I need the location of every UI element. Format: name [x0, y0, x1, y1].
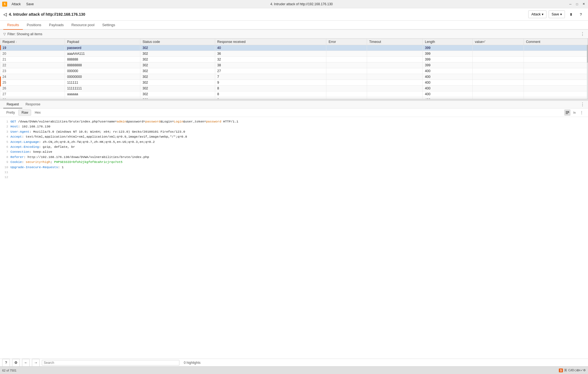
- col-request[interactable]: Request ↑: [0, 39, 65, 45]
- win-title-text: 4. Intruder attack of http://192.168.176…: [9, 12, 85, 17]
- fwd-nav-btn[interactable]: →: [32, 359, 40, 367]
- col-status[interactable]: Status code: [140, 39, 215, 45]
- request-line: 9Cookie: security=high; PHPSESSID=bfoh2j…: [3, 160, 585, 165]
- search-input[interactable]: [42, 360, 179, 365]
- taskbar-lang: 英: [564, 368, 567, 372]
- request-content: 1GET /dvwa/DVWA/vulnerabilities/brute/in…: [0, 117, 588, 359]
- minimize-btn[interactable]: ─: [568, 2, 573, 6]
- filter-options-btn[interactable]: ⋮: [580, 31, 585, 37]
- req-resp-section: Request Response ⋮ Pretty Raw Hex: [0, 101, 588, 359]
- menu-attack[interactable]: Attack: [10, 2, 22, 6]
- row-indicator-27: [0, 77, 1, 81]
- titlebar-title: 4. Intruder attack of http://192.168.176…: [35, 2, 568, 6]
- request-line: 1GET /dvwa/DVWA/vulnerabilities/brute/in…: [3, 119, 585, 124]
- view-btn-more[interactable]: ⋮: [579, 110, 585, 116]
- main-tabs: Results Positions Payloads Resource pool…: [0, 21, 588, 30]
- request-line: 5Accept-Language: zh-CN,zh;q=0.8,zh-TW;q…: [3, 140, 585, 144]
- win-title-group: ◁ 4. Intruder attack of http://192.168.1…: [3, 12, 85, 17]
- tab-results[interactable]: Results: [3, 21, 23, 30]
- tab-positions[interactable]: Positions: [23, 21, 45, 30]
- statusbar: ? ⚙ ← → 0 highlights: [0, 359, 588, 366]
- app-icon: S: [2, 2, 7, 7]
- tab-resource-pool[interactable]: Resource pool: [68, 21, 99, 30]
- request-line: 2Host: 192.168.176.130: [3, 124, 585, 129]
- row-indicator-28: [0, 81, 1, 86]
- col-response[interactable]: Response received: [215, 39, 326, 45]
- sub-tab-pretty[interactable]: Pretty: [3, 110, 18, 116]
- main-window: ◁ 4. Intruder attack of http://192.168.1…: [0, 8, 588, 374]
- svg-rect-0: [566, 111, 569, 112]
- attack-dropdown-btn[interactable]: Attack ▾: [528, 10, 546, 18]
- col-payload[interactable]: Payload: [65, 39, 140, 45]
- table-row[interactable]: 20aaaAAA11130236399: [0, 51, 588, 57]
- table-row[interactable]: 28aaaaaaaa3029400: [0, 97, 588, 99]
- titlebar-controls: ─ □ ✕: [568, 2, 586, 6]
- view-btn-lines[interactable]: ln: [571, 110, 578, 116]
- menu-save[interactable]: Save: [25, 2, 35, 6]
- win-header: ◁ 4. Intruder attack of http://192.168.1…: [0, 8, 588, 21]
- request-line: 7Connection: keep-alive: [3, 149, 585, 154]
- save-dropdown-btn[interactable]: Save ▾: [549, 10, 565, 18]
- back-nav-btn[interactable]: ←: [22, 359, 30, 367]
- table-row[interactable]: 228888888830238399: [0, 62, 588, 68]
- request-line: 3User-Agent: Mozilla/5.0 (Windows NT 10.…: [3, 129, 585, 134]
- view-buttons: ln ⋮: [564, 110, 585, 116]
- table-row[interactable]: 27aaaaaa3028400: [0, 91, 588, 97]
- table-scrollbar-track: [587, 39, 588, 99]
- titlebar-left: S Attack Save: [2, 2, 35, 7]
- filter-bar: ▽ Filter: Showing all items ⋮: [0, 30, 588, 39]
- request-line: 11: [3, 170, 585, 175]
- col-comment[interactable]: Comment: [524, 39, 588, 45]
- help-icon-btn[interactable]: ?: [2, 359, 10, 367]
- back-btn[interactable]: ◁: [3, 12, 7, 17]
- sub-tab-hex[interactable]: Hex: [32, 110, 43, 116]
- table-row[interactable]: 26111111113028400: [0, 86, 588, 91]
- sub-tabs: Pretty Raw Hex ln ⋮: [0, 108, 588, 117]
- tab-payloads[interactable]: Payloads: [45, 21, 67, 30]
- table-row[interactable]: 251111113029400: [0, 80, 588, 86]
- req-resp-tabs-left: Request Response: [3, 101, 44, 108]
- svg-rect-1: [566, 112, 568, 113]
- taskbar-position: 62 of 7501: [2, 369, 17, 372]
- statusbar-left: ? ⚙ ← → 0 highlights: [2, 359, 584, 367]
- table-row[interactable]: 24000000003027400: [0, 74, 588, 80]
- request-line: 4Accept: text/html,application/xhtml+xml…: [3, 134, 585, 139]
- taskbar-extra: C∂D◇⊞≡✓⚙: [568, 368, 586, 372]
- tab-request[interactable]: Request: [3, 101, 22, 108]
- tab-response[interactable]: Response: [22, 101, 44, 108]
- help-btn[interactable]: ?: [577, 10, 585, 18]
- table-row[interactable]: 19password30240399: [0, 45, 588, 51]
- table-row[interactable]: 2300000030227400: [0, 68, 588, 74]
- filter-text: Filter: Showing all items: [7, 32, 42, 36]
- row-indicator-19: [0, 45, 1, 50]
- taskbar: 62 of 7501 S 英 C∂D◇⊞≡✓⚙: [0, 366, 588, 374]
- tab-settings[interactable]: Settings: [98, 21, 119, 30]
- taskbar-app-icon: S: [559, 368, 563, 372]
- pause-btn[interactable]: ⏸: [567, 10, 575, 18]
- filter-bar-left: ▽ Filter: Showing all items: [3, 32, 42, 36]
- request-line: 6Accept-Encoding: gzip, deflate, br: [3, 144, 585, 149]
- results-table-section: Request ↑ Payload Status code Response r…: [0, 39, 588, 99]
- request-line: 10Upgrade-Insecure-Requests: 1: [3, 165, 585, 170]
- titlebar: S Attack Save 4. Intruder attack of http…: [0, 0, 588, 8]
- close-btn[interactable]: ✕: [581, 2, 586, 6]
- sub-tab-raw[interactable]: Raw: [18, 110, 31, 116]
- settings-icon-btn[interactable]: ⚙: [12, 359, 20, 367]
- highlights-count: 0 highlights: [184, 361, 201, 365]
- wrap-icon: [565, 111, 569, 114]
- col-value[interactable]: value=': [472, 39, 524, 45]
- filter-icon: ▽: [3, 32, 6, 36]
- req-resp-tabs: Request Response ⋮: [0, 101, 588, 108]
- col-timeout[interactable]: Timeout: [367, 39, 422, 45]
- view-btn-wrap[interactable]: [564, 110, 570, 116]
- win-actions: Attack ▾ Save ▾ ⏸ ?: [528, 10, 585, 18]
- sub-tabs-left: Pretty Raw Hex: [3, 110, 44, 116]
- col-error[interactable]: Error: [326, 39, 367, 45]
- table-row[interactable]: 2188888830232399: [0, 57, 588, 62]
- req-resp-options-btn[interactable]: ⋮: [580, 102, 585, 107]
- restore-btn[interactable]: □: [575, 2, 579, 6]
- svg-rect-2: [566, 113, 568, 114]
- taskbar-right: S 英 C∂D◇⊞≡✓⚙: [559, 368, 586, 372]
- request-line: 8Referer: http://192.168.176.130/dvwa/DV…: [3, 155, 585, 160]
- col-length[interactable]: Length: [423, 39, 473, 45]
